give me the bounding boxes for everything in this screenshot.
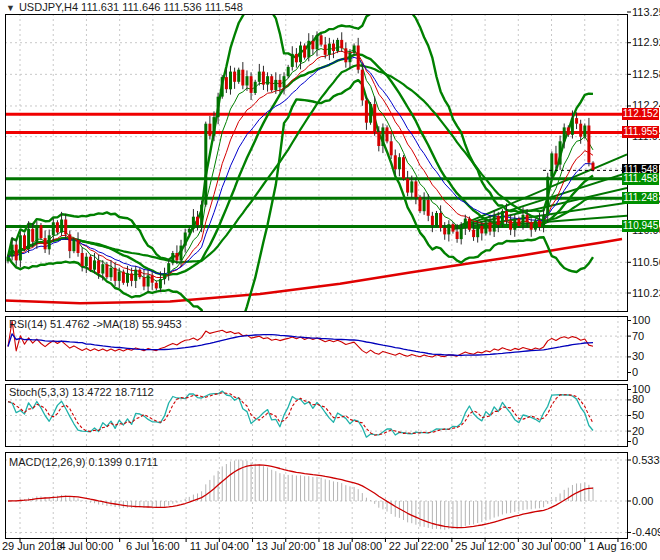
trading-terminal-chart: ▼USDJPY,H4 111.631 111.646 111.536 111.5… bbox=[0, 0, 660, 560]
chart-canvas[interactable] bbox=[0, 0, 660, 560]
stoch-lines bbox=[8, 391, 593, 437]
fast-ma-lines bbox=[8, 47, 593, 281]
candles-layer bbox=[7, 31, 595, 292]
rsi-lines bbox=[8, 321, 593, 357]
